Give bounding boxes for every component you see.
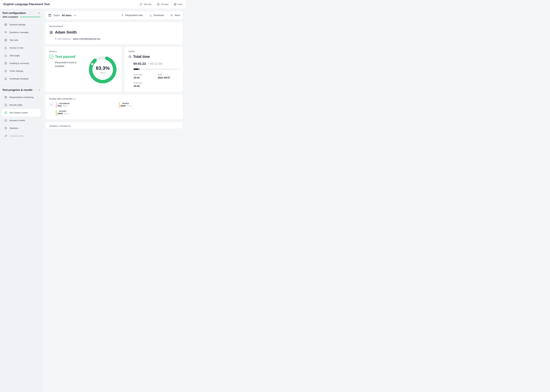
check-icon (4, 119, 7, 122)
download-label: Download (153, 14, 164, 17)
bar-chart-icon (49, 102, 53, 106)
calendar-icon (48, 14, 52, 17)
sidebar-item-start-page[interactable]: Start page (2, 52, 41, 59)
download-button[interactable]: Download (146, 11, 167, 20)
timer-title: Total time (133, 55, 150, 59)
category-grammar: GRAMMAR75%3/4 p. (56, 102, 116, 108)
sidebar-item-label: Test sets (9, 39, 18, 41)
category-accent (56, 110, 56, 116)
summary-icon (4, 62, 7, 65)
sidebar-item-label: Statistics (9, 127, 18, 129)
result-percent: 83.3% (96, 65, 110, 71)
category-percent: 75% (57, 105, 62, 107)
sidebar-section-config-toggle[interactable]: Test configuration (2, 10, 41, 16)
category-nouns: NOUNS100%1/1 p. (56, 110, 116, 116)
category-points: 1/1 p. (64, 112, 69, 115)
svg-point-2 (141, 4, 141, 4)
sidebar-item-test-sheets-review[interactable]: Test sheets review (2, 109, 41, 116)
sidebar-item-label: Unused codes (9, 135, 24, 137)
certificate-icon (4, 77, 7, 80)
target-icon (4, 96, 7, 99)
key-icon (4, 134, 7, 138)
dates-value: All dates (62, 14, 72, 17)
date-value: 2021-09-07 (158, 76, 179, 79)
chevron-up-icon (38, 12, 40, 14)
result-subtitle: Respondent result is available (49, 61, 84, 68)
gear-icon (4, 23, 7, 26)
sidebar-item-general-settings[interactable]: General settings (2, 21, 41, 28)
print-label: Print (178, 3, 182, 6)
svg-rect-15 (6, 39, 7, 40)
svg-rect-19 (5, 62, 7, 64)
svg-rect-26 (5, 104, 7, 106)
clock-icon (4, 69, 7, 73)
sidebar-section-results-toggle[interactable]: Test progress & results (2, 87, 41, 93)
sidebar-item-respondents-monitoring[interactable]: Respondents monitoring (2, 93, 41, 101)
sidebar-item-certificate[interactable]: Certificate template (2, 75, 41, 83)
chart-icon (4, 103, 7, 107)
category-accent (56, 102, 56, 108)
sidebar-item-unused-codes[interactable]: Unused codes (2, 132, 41, 140)
chevron-down-icon (74, 14, 76, 17)
config-progress: 100% completed (2, 16, 41, 20)
svg-point-8 (5, 24, 6, 25)
respondent-eyebrow: RESPONDENT (49, 26, 179, 28)
timer-total: 00:12:00 (150, 62, 162, 66)
svg-point-3 (157, 3, 159, 5)
result-points: 5/6 p. (100, 71, 105, 74)
start-time-value: 10:41 (133, 76, 155, 79)
sidebar-item-label: Timer settings (9, 70, 23, 72)
category-points: 3/4 p. (63, 105, 68, 107)
preview-button[interactable]: Preview (157, 3, 168, 6)
dates-label: Dates (54, 14, 60, 17)
sidebar-item-questions-manager[interactable]: Questions manager (2, 29, 41, 36)
svg-rect-23 (5, 78, 7, 80)
end-time-label: End time (133, 82, 155, 84)
category-bar: GRAMMAR75%3/4 p. (57, 102, 116, 108)
sidebar-item-label: Test sheets review (9, 112, 28, 114)
svg-rect-17 (6, 40, 7, 41)
sidebar-item-answers-review[interactable]: Answers review (2, 117, 41, 124)
result-donut-chart: 83.3% 5/6 p. (88, 55, 118, 85)
dates-filter[interactable]: Dates All dates (48, 14, 76, 17)
filter-toolbar: Dates All dates Respondent view (45, 11, 183, 20)
sidebar-section-label: Test configuration (2, 11, 26, 15)
send-button[interactable]: Send (167, 11, 183, 20)
sidebar-item-results-table[interactable]: Results table (2, 101, 41, 109)
sidebar-item-access[interactable]: Access to test (2, 44, 41, 52)
category-percent: 100% (57, 112, 63, 115)
grid-icon (4, 38, 7, 42)
sidebar-item-grading[interactable]: Grading & summary (2, 60, 41, 67)
timer-elapsed: 00:01:22 (133, 62, 146, 66)
print-button[interactable]: Print (174, 3, 182, 6)
general-feedback-card: GENERAL FEEDBACK (45, 122, 183, 129)
svg-rect-29 (5, 112, 7, 114)
svg-rect-14 (5, 39, 6, 40)
sheets-icon (4, 111, 7, 114)
sidebar-item-label: Certificate template (9, 77, 29, 80)
end-time-block: End time 10:42 (133, 82, 155, 88)
category-points: 1/1 p. (127, 105, 132, 107)
result-eyebrow: RESULT (49, 50, 118, 53)
user-icon (121, 14, 124, 17)
respondent-view-button[interactable]: Respondent view (118, 11, 146, 20)
category-verbs: VERBS100%1/1 p. (119, 102, 179, 108)
preview-label: Preview (161, 3, 168, 6)
main-content: Dates All dates Respondent view (43, 9, 186, 392)
sidebar-item-timer-settings[interactable]: Timer settings (2, 67, 41, 75)
print-icon (174, 3, 177, 6)
sidebar-item-label: Access to test (9, 47, 23, 49)
svg-rect-16 (5, 40, 6, 41)
svg-rect-18 (5, 48, 7, 49)
svg-point-25 (5, 97, 6, 98)
topbar-actions: Test info Preview Print (139, 3, 182, 6)
sidebar-item-test-sets[interactable]: Test sets (2, 36, 41, 44)
test-info-button[interactable]: Test info (139, 3, 152, 6)
sidebar-item-statistics[interactable]: Statistics (2, 125, 41, 132)
category-score: 100%1/1 p. (120, 105, 179, 107)
category-bar: NOUNS100%1/1 p. (57, 110, 116, 116)
timer-separator: / (147, 62, 148, 66)
start-time-label: Start time (133, 73, 155, 76)
sidebar-item-label: General settings (9, 23, 26, 26)
spc-eyebrow: SCORE PER CATEGORY (49, 98, 73, 100)
